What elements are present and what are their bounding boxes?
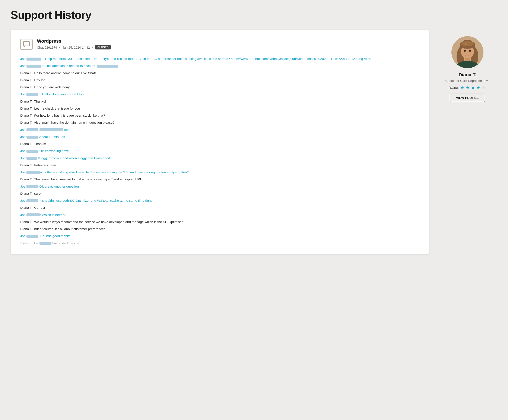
chat-message-10: Joe ████████ ████████████████.com [20, 127, 419, 132]
chat-message-15: Diana T.: Fabulous news! [20, 163, 419, 167]
blurred-text: ████████ [26, 136, 38, 138]
dot-separator-1: • [59, 46, 60, 49]
star-5: ★ [482, 85, 486, 90]
blurred-text: ████████ [26, 185, 38, 188]
chat-header: Wordpress Chat 5261179 • Jan 25, 2020 14… [20, 38, 419, 50]
agent-sidebar: Diana T. Customer Care Representative Ra… [438, 30, 497, 102]
blurred-text: ████████ [26, 93, 38, 96]
chat-message-1: Joe ██████████n: This question is relate… [20, 63, 419, 68]
chat-platform: Wordpress [37, 38, 111, 44]
avatar [451, 36, 484, 68]
chat-message-21: Diana T.: Correct [20, 205, 419, 210]
chat-message-8: Diana T.: For how long has this page bee… [20, 113, 419, 118]
chat-message-13: Joe ████████ Ok it's working now! [20, 148, 419, 153]
chat-meta-sub: Chat 5261179 • Jan 25, 2020 14:32 • CLOS… [37, 45, 111, 50]
chat-message-25: Joe ████████: Sounds good thanks! [20, 233, 419, 238]
rating-label: Rating: [448, 86, 459, 89]
chat-message-18: Joe ████████ Ok great. Another question [20, 184, 419, 189]
chat-message-16: Joe █████████n: Is there anything else I… [20, 170, 419, 175]
page-title: Support History [11, 8, 497, 21]
blurred-text: █████████ [26, 171, 40, 174]
chat-message-14: Joe ███████ It logged me out and when I … [20, 156, 419, 160]
chat-message-20: Joe ████████: I shouldn't use both SG Op… [20, 198, 419, 203]
chat-message-19: Diana T.: sure [20, 191, 419, 196]
blurred-text: ████████ [26, 199, 38, 202]
status-badge: CLOSED [95, 45, 111, 50]
star-2: ★ [466, 85, 471, 90]
blurred-text: █████████ [26, 213, 40, 216]
chat-date: Jan 25, 2020 14:32 [63, 46, 90, 49]
chat-message-4: Diana T.: Hope you are well today! [20, 85, 419, 90]
chat-message-11: Joe ████████ About 10 minutes [20, 134, 419, 139]
chat-id: Chat 5261179 [37, 46, 57, 49]
blurred-text: ██████████████ [97, 65, 118, 68]
agent-name: Diana T. [458, 72, 476, 78]
stars: ★★★★★ [460, 85, 486, 90]
chat-message-0: Joe ██████████n: Help me force SSL - I i… [20, 56, 419, 61]
chat-card: Wordpress Chat 5261179 • Jan 25, 2020 14… [11, 30, 429, 254]
star-4: ★ [476, 85, 481, 90]
rating-row: Rating: ★★★★★ [448, 85, 486, 90]
blurred-text: ███████ [26, 157, 37, 160]
blurred-text: ██████████ [26, 65, 41, 68]
chat-message-7: Diana T.: Let me check that issue for yo… [20, 106, 419, 111]
chat-message-23: Diana T.: We would always recommend the … [20, 219, 419, 224]
chat-messages: Joe ██████████n: Help me force SSL - I i… [20, 56, 419, 246]
chat-message-5: Joe ████████n: Hello! Hope you are well … [20, 92, 419, 97]
chat-icon [20, 39, 33, 50]
svg-point-11 [469, 50, 471, 52]
blurred-text: ████████ [26, 235, 38, 238]
star-1: ★ [460, 85, 465, 90]
chat-message-6: Diana T.: Thanks! [20, 99, 419, 104]
blurred-text: ████████ [39, 242, 52, 245]
chat-message-26: System: Joe ████████ has ended the chat [20, 241, 419, 246]
chat-message-9: Diana T.: Also, may I have the domain na… [20, 120, 419, 125]
svg-rect-0 [23, 42, 30, 46]
blurred-text: ████████ [26, 150, 38, 153]
blurred-text: ██████████ [26, 58, 41, 61]
star-3: ★ [471, 85, 476, 90]
svg-point-10 [464, 50, 466, 52]
chat-meta: Wordpress Chat 5261179 • Jan 25, 2020 14… [37, 38, 111, 50]
chat-message-17: Diana T.: That would be all needed to ma… [20, 177, 419, 182]
chat-message-2: Diana T.: Hello there and welcome to our… [20, 71, 419, 75]
chat-message-22: Joe █████████: Which is better? [20, 212, 419, 217]
view-profile-button[interactable]: VIEW PROFILE [450, 94, 485, 102]
agent-role: Customer Care Representative [445, 79, 490, 82]
blurred-text: ████████ [26, 128, 38, 131]
main-layout: Wordpress Chat 5261179 • Jan 25, 2020 14… [11, 30, 497, 254]
chat-message-12: Diana T.: Thanks! [20, 141, 419, 146]
chat-message-24: Diana T.: but of course, it's all about … [20, 226, 419, 231]
dot-separator-2: • [92, 46, 93, 49]
blurred-text: ████████████████ [39, 128, 63, 131]
chat-message-3: Diana T.: HeyJoe! [20, 78, 419, 82]
